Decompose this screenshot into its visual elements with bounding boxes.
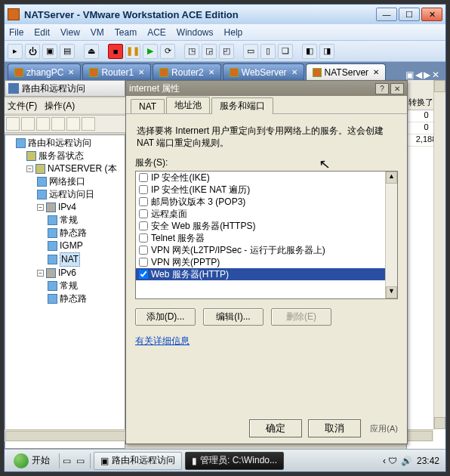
maximize-button[interactable]: ☐ <box>399 8 420 21</box>
tree-server-node[interactable]: −NATSERVER (本 <box>26 162 125 175</box>
tool-snap3-icon[interactable]: ◰ <box>219 44 234 59</box>
menu-windows[interactable]: Windows <box>177 27 214 38</box>
tree-ipv4-general[interactable]: 常规 <box>48 214 125 227</box>
close-button[interactable]: ✕ <box>421 8 442 21</box>
task-cmd[interactable]: ▮管理员: C:\Windo... <box>185 452 284 470</box>
collapse-icon[interactable]: − <box>26 165 33 172</box>
tree-root[interactable]: 路由和远程访问 <box>16 137 125 150</box>
tool-snapshot-icon[interactable]: ▣ <box>42 44 57 59</box>
close-icon[interactable]: ✕ <box>68 68 74 76</box>
mmc-up-icon[interactable] <box>36 117 50 131</box>
service-checkbox[interactable] <box>139 197 148 206</box>
service-checkbox[interactable] <box>139 221 148 230</box>
tool-pause-icon[interactable]: ❚❚ <box>125 44 140 59</box>
tree-ipv4-igmp[interactable]: IGMP <box>48 240 125 252</box>
tool-unity-icon[interactable]: ❏ <box>278 44 293 59</box>
collapse-icon[interactable]: − <box>37 204 44 211</box>
tree-ipv4[interactable]: −IPv4 <box>37 201 125 214</box>
scroll-down-icon[interactable]: ▼ <box>386 286 397 298</box>
quicklaunch-icon[interactable]: ▭ <box>76 456 87 466</box>
add-button[interactable]: 添加(D)... <box>135 308 196 326</box>
close-icon[interactable]: ✕ <box>373 68 379 76</box>
tree-netif[interactable]: 网络接口 <box>37 175 125 188</box>
tab-router2[interactable]: Router2✕ <box>153 63 221 80</box>
tool-poweron-icon[interactable]: ▸ <box>8 44 23 59</box>
mmc-props-icon[interactable] <box>66 117 80 131</box>
tab-close-icon[interactable]: ✕ <box>432 70 439 80</box>
menu-view[interactable]: View <box>60 27 80 38</box>
mmc-fwd-icon[interactable] <box>21 117 35 131</box>
menu-edit[interactable]: Edit <box>34 27 50 38</box>
edit-button[interactable]: 编辑(I)... <box>203 308 264 326</box>
tool-misc2-icon[interactable]: ◨ <box>319 44 334 59</box>
content-scrollbar-v[interactable] <box>433 80 445 429</box>
ok-button[interactable]: 确定 <box>249 419 302 437</box>
service-item[interactable]: 邮局协议版本 3 (POP3) <box>136 196 385 208</box>
tool-view-icon[interactable]: ▤ <box>60 44 75 59</box>
service-item[interactable]: Web 服务器(HTTP) <box>136 268 385 280</box>
mmc-refresh-icon[interactable] <box>51 117 65 131</box>
close-icon[interactable]: ✕ <box>208 68 214 76</box>
tab-webserver[interactable]: WebServer✕ <box>223 63 304 80</box>
tab-router1[interactable]: Router1✕ <box>82 63 151 80</box>
service-item[interactable]: 远程桌面 <box>136 208 385 220</box>
tab-natserver[interactable]: NATServer✕ <box>306 63 386 80</box>
service-checkbox[interactable] <box>139 246 148 255</box>
mmc-menu-action[interactable]: 操作(A) <box>45 100 75 113</box>
tree-ipv4-static[interactable]: 静态路 <box>48 227 125 240</box>
scrollbar[interactable]: ▲ ▼ <box>385 172 397 298</box>
mmc-back-icon[interactable] <box>6 117 20 131</box>
tray-chevron-icon[interactable]: ‹ <box>383 456 386 466</box>
scroll-up-icon[interactable] <box>434 80 445 92</box>
scroll-down-icon[interactable] <box>434 417 445 429</box>
service-checkbox[interactable] <box>139 270 148 279</box>
tree-ipv6[interactable]: −IPv6 <box>37 267 125 280</box>
tree-server-status[interactable]: 服务器状态 <box>26 150 125 162</box>
menu-help[interactable]: Help <box>224 27 243 38</box>
tree-ipv4-nat[interactable]: NAT <box>48 252 125 267</box>
tool-reset-icon[interactable]: ⟳ <box>160 44 175 59</box>
tab-next-icon[interactable]: ▶ <box>424 70 430 80</box>
dialog-titlebar[interactable]: internet 属性 ? ✕ <box>126 81 407 96</box>
tool-snap1-icon[interactable]: ◳ <box>184 44 199 59</box>
tab-zhangpc[interactable]: zhangPC✕ <box>8 63 81 80</box>
help-button[interactable]: ? <box>375 83 389 94</box>
tool-misc1-icon[interactable]: ◧ <box>302 44 317 59</box>
tool-full2-icon[interactable]: ▯ <box>260 44 276 59</box>
tool-eject-icon[interactable]: ⏏ <box>84 44 99 59</box>
tab-address-pool[interactable]: 地址池 <box>166 97 210 113</box>
service-item[interactable]: VPN 网关(L2TP/IPSec - 运行于此服务器上) <box>136 244 385 256</box>
titlebar[interactable]: NATServer - VMware Workstation ACE Editi… <box>5 5 445 24</box>
cancel-button[interactable]: 取消 <box>308 419 361 437</box>
tab-new-icon[interactable]: ▣ <box>405 70 414 80</box>
service-checkbox[interactable] <box>139 209 148 218</box>
tab-prev-icon[interactable]: ◀ <box>415 70 422 80</box>
tool-suspend-icon[interactable]: ⏻ <box>25 44 40 59</box>
tool-stop-icon[interactable]: ■ <box>108 44 123 59</box>
scroll-up-icon[interactable]: ▲ <box>386 172 397 184</box>
task-rras[interactable]: ▣路由和远程访问 <box>94 452 182 470</box>
start-button[interactable]: 开始 <box>8 452 56 470</box>
mmc-menu-file[interactable]: 文件(F) <box>8 100 37 113</box>
mmc-tree[interactable]: 路由和远程访问 服务器状态 −NATSERVER (本 网络接口 远程访问日 −… <box>5 134 125 449</box>
tool-snap2-icon[interactable]: ◲ <box>202 44 217 59</box>
service-checkbox[interactable] <box>139 173 148 182</box>
service-checkbox[interactable] <box>139 233 148 243</box>
tree-ipv6-general[interactable]: 常规 <box>48 280 125 292</box>
service-item[interactable]: IP 安全性(IKE NAT 遍历) <box>136 184 385 196</box>
service-checkbox[interactable] <box>139 185 148 194</box>
more-info-link[interactable]: 有关详细信息 <box>135 335 190 348</box>
service-item[interactable]: 安全 Web 服务器(HTTPS) <box>136 220 385 232</box>
close-icon[interactable]: ✕ <box>291 68 297 76</box>
close-icon[interactable]: ✕ <box>138 68 144 76</box>
clock[interactable]: 23:42 <box>417 456 439 466</box>
close-button[interactable]: ✕ <box>390 83 404 94</box>
tree-ipv6-static[interactable]: 静态路 <box>48 292 125 305</box>
collapse-icon[interactable]: − <box>37 270 44 277</box>
services-listbox[interactable]: IP 安全性(IKE)IP 安全性(IKE NAT 遍历)邮局协议版本 3 (P… <box>135 171 398 299</box>
tool-play-icon[interactable]: ▶ <box>143 44 158 59</box>
menu-team[interactable]: Team <box>115 27 137 38</box>
service-item[interactable]: VPN 网关(PPTP) <box>136 256 385 268</box>
mmc-window-title[interactable]: 路由和远程访问 <box>5 80 125 97</box>
tree-remote-log[interactable]: 远程访问日 <box>37 188 125 201</box>
